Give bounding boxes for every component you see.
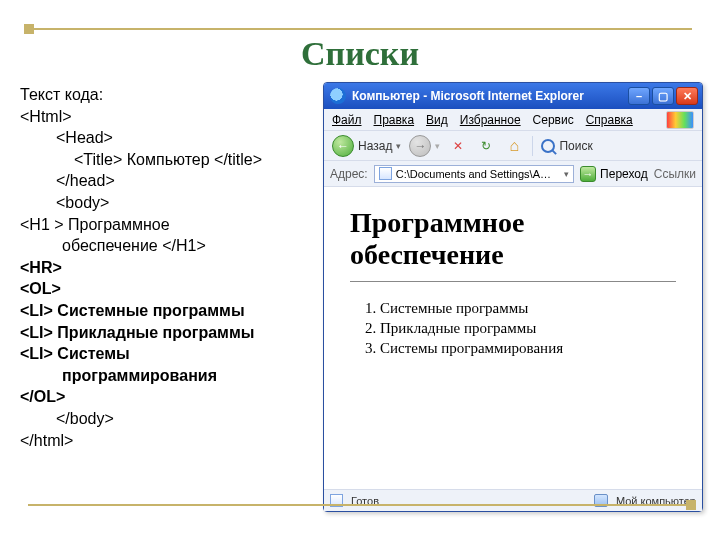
- horizontal-rule: [350, 281, 676, 282]
- tag: <Title>: [74, 151, 122, 168]
- code-line: <LI> Системные программы: [20, 300, 320, 322]
- minimize-button[interactable]: –: [628, 87, 650, 105]
- ordered-list: Системные программы Прикладные программы…: [380, 300, 676, 357]
- stop-icon: ✕: [453, 139, 463, 153]
- slide: Списки Текст кода: <Html> <Head> <Title>…: [0, 0, 720, 540]
- menu-view[interactable]: Вид: [426, 113, 448, 127]
- list-item: Прикладные программы: [380, 320, 676, 337]
- menu-favorites[interactable]: Избранное: [460, 113, 521, 127]
- page-content: Программное обеспечение Системные програ…: [324, 187, 702, 489]
- window-titlebar[interactable]: Компьютер - Microsoft Internet Explorer …: [324, 83, 702, 109]
- search-icon: [541, 139, 555, 153]
- tag: <LI>: [20, 345, 53, 362]
- links-label[interactable]: Ссылки: [654, 167, 696, 181]
- toolbar: ← Назад ▾ → ▾ ✕ ↻ ⌂ Поиск: [324, 131, 702, 161]
- code-line: <Html>: [20, 106, 320, 128]
- code-line: <H1 > Программное: [20, 214, 320, 236]
- bullet-icon: [686, 500, 696, 510]
- code-line: <LI> Системы: [20, 343, 320, 365]
- address-input[interactable]: C:\Documents and Settings\A… ▾: [374, 165, 574, 183]
- tag-text: обеспечение: [62, 237, 162, 254]
- go-label: Переход: [600, 167, 648, 181]
- address-label: Адрес:: [330, 167, 368, 181]
- back-label: Назад: [358, 139, 392, 153]
- page-heading: Программное обеспечение: [350, 207, 676, 271]
- window-buttons: – ▢ ✕: [628, 87, 698, 105]
- code-line: <HR>: [20, 257, 320, 279]
- refresh-button[interactable]: ↻: [476, 136, 496, 156]
- code-line: <Head>: [20, 127, 320, 149]
- code-line: программирования: [20, 365, 320, 387]
- status-bar: Готов Мой компьютер: [324, 489, 702, 511]
- code-line: </OL>: [20, 386, 320, 408]
- go-arrow-icon: →: [580, 166, 596, 182]
- tag-text: Системные программы: [53, 302, 245, 319]
- go-button[interactable]: → Переход: [580, 166, 648, 182]
- code-line: <body>: [20, 192, 320, 214]
- close-button[interactable]: ✕: [676, 87, 698, 105]
- forward-arrow-icon: →: [409, 135, 431, 157]
- bottom-rule: [28, 504, 692, 506]
- tag: <LI>: [20, 324, 53, 341]
- slide-title: Списки: [0, 35, 720, 73]
- tag-text: Компьютер: [122, 151, 214, 168]
- code-line: </head>: [20, 170, 320, 192]
- address-bar: Адрес: C:\Documents and Settings\A… ▾ → …: [324, 161, 702, 187]
- window-title: Компьютер - Microsoft Internet Explorer: [352, 89, 628, 103]
- code-line: <Title> Компьютер </title>: [20, 149, 320, 171]
- home-button[interactable]: ⌂: [504, 136, 524, 156]
- menu-tools[interactable]: Сервис: [533, 113, 574, 127]
- browser-window: Компьютер - Microsoft Internet Explorer …: [323, 82, 703, 512]
- separator: [532, 136, 533, 156]
- ie-logo-icon: [330, 88, 346, 104]
- chevron-down-icon[interactable]: ▾: [564, 169, 569, 179]
- bullet-icon: [24, 24, 34, 34]
- forward-button[interactable]: → ▾: [409, 135, 440, 157]
- refresh-icon: ↻: [481, 139, 491, 153]
- search-label: Поиск: [559, 139, 592, 153]
- tag-text: Программное: [64, 216, 170, 233]
- menu-bar: Файл Правка Вид Избранное Сервис Справка: [324, 109, 702, 131]
- stop-button[interactable]: ✕: [448, 136, 468, 156]
- tag: <H1 >: [20, 216, 64, 233]
- back-button[interactable]: ← Назад ▾: [332, 135, 401, 157]
- code-line: </html>: [20, 430, 320, 452]
- code-line: обеспечение </H1>: [20, 235, 320, 257]
- list-item: Системы программирования: [380, 340, 676, 357]
- code-intro: Текст кода:: [20, 84, 320, 106]
- list-item: Системные программы: [380, 300, 676, 317]
- page-icon: [379, 167, 392, 180]
- search-button[interactable]: Поиск: [541, 139, 592, 153]
- tag-text: Системы: [53, 345, 130, 362]
- address-path: C:\Documents and Settings\A…: [396, 168, 551, 180]
- back-arrow-icon: ←: [332, 135, 354, 157]
- tag: <LI>: [20, 302, 53, 319]
- menu-help[interactable]: Справка: [586, 113, 633, 127]
- maximize-button[interactable]: ▢: [652, 87, 674, 105]
- menu-edit[interactable]: Правка: [374, 113, 415, 127]
- top-rule: [28, 28, 692, 30]
- home-icon: ⌂: [510, 137, 520, 155]
- code-line: </body>: [20, 408, 320, 430]
- code-line: <LI> Прикладные программы: [20, 322, 320, 344]
- tag: </H1>: [162, 237, 206, 254]
- code-column: Текст кода: <Html> <Head> <Title> Компью…: [20, 84, 320, 451]
- tag: </title>: [214, 151, 262, 168]
- code-line: <OL>: [20, 278, 320, 300]
- chevron-down-icon: ▾: [396, 141, 401, 151]
- tag-text: Прикладные программы: [53, 324, 255, 341]
- chevron-down-icon: ▾: [435, 141, 440, 151]
- menu-file[interactable]: Файл: [332, 113, 362, 127]
- windows-flag-icon: [666, 111, 694, 129]
